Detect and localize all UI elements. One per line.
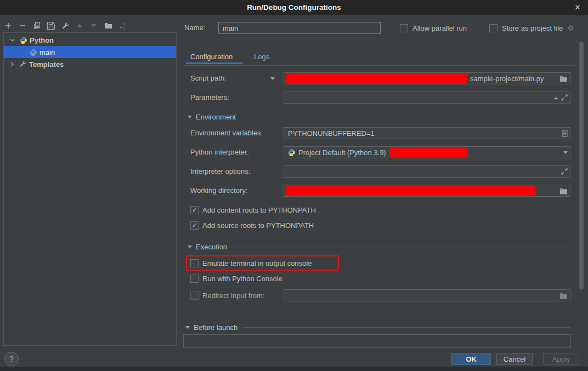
help-icon: ?	[9, 355, 14, 363]
tree-item-templates[interactable]: Templates	[4, 58, 176, 70]
before-launch-section-header[interactable]: Before launch	[185, 322, 570, 332]
environment-variables-value: PYTHONUNBUFFERED=1	[286, 129, 375, 138]
name-input[interactable]: main	[218, 22, 381, 34]
python-interpreter-select[interactable]: Project Default (Python 3.9)	[284, 146, 570, 158]
move-down-button[interactable]	[88, 20, 99, 31]
section-collapse-icon[interactable]	[185, 326, 190, 329]
interpreter-options-input[interactable]	[284, 165, 570, 178]
interpreter-options-label: Interpreter options:	[190, 165, 250, 178]
add-content-roots-checkbox[interactable]: ✓ Add content roots to PYTHONPATH	[190, 204, 316, 215]
script-path-value: sample-project/main.py	[470, 75, 544, 83]
script-path-label: Script path:	[190, 72, 227, 84]
browse-folder-icon[interactable]	[559, 75, 568, 82]
parameters-input[interactable]: +	[284, 92, 570, 104]
python-interpreter-label: Python interpreter:	[190, 146, 249, 158]
tab-separator	[184, 65, 575, 66]
name-value: main	[223, 24, 238, 32]
tree-item-main-selected[interactable]: main	[4, 46, 176, 58]
before-launch-task-list[interactable]	[183, 334, 571, 348]
working-directory-input[interactable]	[284, 185, 570, 197]
chevron-down-icon[interactable]	[270, 77, 275, 80]
working-directory-label: Working directory:	[190, 185, 248, 197]
save-configuration-button[interactable]	[46, 20, 56, 31]
checkbox-label: Run with Python Console	[202, 275, 282, 283]
checkbox-box: ✓	[190, 275, 199, 283]
redirect-input-row: ✓ Redirect input from:	[184, 289, 570, 301]
run-debug-configurations-dialog: Run/Debug Configurations ✕	[0, 0, 588, 371]
bottom-edge-strip	[0, 367, 588, 371]
environment-variables-input[interactable]: PYTHONUNBUFFERED=1	[284, 127, 570, 139]
gear-icon[interactable]: ⚙	[567, 24, 574, 32]
environment-variables-label: Environment variables:	[190, 127, 263, 139]
script-path-input[interactable]: sample-project/main.py	[284, 72, 570, 84]
section-title: Execution	[196, 243, 227, 251]
checkbox-label: Store as project file	[502, 24, 563, 32]
ok-button[interactable]: OK	[451, 353, 491, 365]
add-source-roots-checkbox[interactable]: ✓ Add source roots to PYTHONPATH	[190, 220, 314, 231]
python-interpreter-value: Project Default (Python 3.9)	[298, 149, 386, 157]
checkbox-label: Add content roots to PYTHONPATH	[202, 206, 316, 214]
section-collapse-icon[interactable]	[188, 116, 192, 118]
browse-folder-icon[interactable]	[559, 187, 568, 195]
environment-section-header[interactable]: Environment	[188, 112, 570, 122]
section-divider	[232, 247, 570, 247]
svg-text:z: z	[123, 26, 126, 31]
execution-section-header[interactable]: Execution	[188, 242, 570, 252]
cancel-button[interactable]: Cancel	[496, 353, 533, 365]
sort-configurations-button[interactable]: a z	[117, 20, 128, 31]
name-label: Name:	[184, 22, 205, 34]
run-with-python-console-checkbox[interactable]: ✓ Run with Python Console	[190, 273, 282, 284]
move-up-button[interactable]	[74, 20, 85, 31]
interpreter-options-row: Interpreter options:	[184, 165, 570, 178]
python-icon	[19, 36, 27, 44]
redirect-input-checkbox[interactable]: ✓ Redirect input from:	[190, 289, 264, 301]
tab-configuration[interactable]: Configuration	[190, 53, 233, 61]
dropdown-arrow-icon[interactable]	[563, 151, 568, 154]
environment-variables-row: Environment variables: PYTHONUNBUFFERED=…	[184, 127, 570, 139]
checkbox-box: ✓	[190, 221, 199, 230]
close-icon[interactable]: ✕	[572, 0, 584, 15]
tree-item-label: main	[39, 48, 55, 56]
apply-button[interactable]: Apply	[543, 353, 579, 365]
parameters-label: Parameters:	[190, 92, 229, 104]
store-as-project-file-checkbox[interactable]: ✓ Store as project file ⚙	[489, 22, 574, 33]
active-tab-underline	[186, 62, 242, 64]
checkbox-box: ✓	[190, 259, 199, 267]
title-bar: Run/Debug Configurations ✕	[0, 0, 588, 15]
edit-variables-icon[interactable]	[562, 130, 568, 137]
expand-field-icon[interactable]	[561, 168, 568, 175]
tree-item-python[interactable]: Python	[4, 34, 176, 46]
add-configuration-button[interactable]	[3, 20, 14, 31]
redaction-box	[286, 73, 467, 84]
copy-configuration-button[interactable]	[31, 20, 42, 31]
tab-logs[interactable]: Logs	[254, 53, 269, 61]
vertical-scrollbar-thumb[interactable]	[579, 42, 584, 289]
script-path-row: Script path: sample-project/main.py	[184, 72, 570, 84]
dialog-title: Run/Debug Configurations	[247, 3, 341, 12]
parameters-row: Parameters: +	[184, 92, 570, 104]
chevron-right-icon[interactable]	[9, 61, 15, 67]
redaction-box	[286, 185, 535, 196]
expand-field-icon[interactable]	[561, 94, 568, 101]
wrench-icon	[19, 60, 27, 68]
checkbox-box: ✓	[190, 206, 199, 214]
tree-item-label: Templates	[29, 60, 64, 69]
allow-parallel-run-checkbox[interactable]: ✓ Allow parallel run	[400, 22, 467, 33]
chevron-down-icon[interactable]	[9, 38, 15, 42]
checkbox-label: Emulate terminal in output console	[202, 259, 312, 267]
section-collapse-icon[interactable]	[188, 246, 192, 248]
checkbox-label: Allow parallel run	[412, 24, 467, 32]
emulate-terminal-checkbox[interactable]: ✓ Emulate terminal in output console	[190, 258, 312, 269]
python-icon	[29, 48, 37, 56]
section-title: Environment	[196, 113, 236, 121]
remove-configuration-button[interactable]	[17, 20, 28, 31]
python-icon	[287, 149, 296, 157]
add-macro-icon[interactable]: +	[553, 93, 558, 102]
checkbox-box: ✓	[190, 292, 199, 300]
create-folder-button[interactable]	[103, 20, 114, 31]
checkbox-label: Redirect input from:	[202, 292, 264, 300]
edit-templates-button[interactable]	[60, 20, 71, 31]
redirect-input-field[interactable]	[284, 289, 570, 301]
help-button[interactable]: ?	[4, 352, 19, 366]
browse-folder-icon[interactable]	[559, 292, 568, 299]
